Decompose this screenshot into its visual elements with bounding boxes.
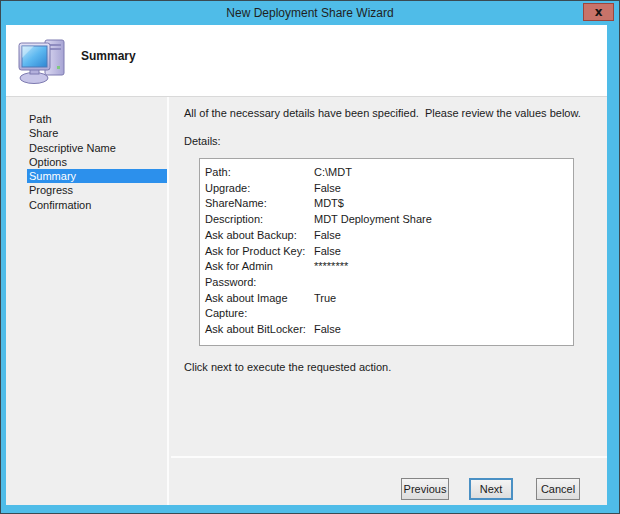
next-button[interactable]: Next bbox=[469, 478, 513, 500]
previous-button[interactable]: Previous bbox=[401, 478, 449, 500]
detail-value: MDT$ bbox=[314, 196, 573, 212]
detail-label: ShareName: bbox=[205, 196, 314, 212]
detail-row: Ask about Backup:False bbox=[205, 228, 573, 244]
sidebar-item-descriptive-name[interactable]: Descriptive Name bbox=[27, 141, 167, 155]
details-box[interactable]: Path:C:\MDTUpgrade:FalseShareName:MDT$De… bbox=[199, 158, 574, 346]
detail-value: False bbox=[314, 181, 573, 197]
detail-row: Ask for Product Key:False bbox=[205, 244, 573, 260]
note-text: Click next to execute the requested acti… bbox=[184, 361, 391, 373]
detail-label: Ask for Admin Password: bbox=[205, 259, 314, 290]
sidebar-item-share[interactable]: Share bbox=[27, 126, 167, 140]
detail-row: Description:MDT Deployment Share bbox=[205, 212, 573, 228]
cancel-button[interactable]: Cancel bbox=[536, 478, 580, 500]
detail-value: False bbox=[314, 244, 573, 260]
detail-row: Ask for Admin Password:******** bbox=[205, 259, 573, 290]
details-label: Details: bbox=[184, 135, 221, 147]
detail-value: False bbox=[314, 322, 573, 338]
window-title: New Deployment Share Wizard bbox=[1, 1, 619, 25]
titlebar[interactable]: New Deployment Share Wizard x bbox=[1, 1, 619, 25]
detail-label: Path: bbox=[205, 165, 314, 181]
sidebar-item-progress[interactable]: Progress bbox=[27, 183, 167, 197]
detail-row: Path:C:\MDT bbox=[205, 165, 573, 181]
sidebar-item-path[interactable]: Path bbox=[27, 112, 167, 126]
button-bar: Previous Next Cancel bbox=[171, 460, 607, 505]
sidebar-item-confirmation[interactable]: Confirmation bbox=[27, 198, 167, 212]
wizard-window: New Deployment Share Wizard x bbox=[0, 0, 620, 514]
detail-value: True bbox=[314, 291, 573, 322]
sidebar-item-options[interactable]: Options bbox=[27, 155, 167, 169]
detail-value: False bbox=[314, 228, 573, 244]
detail-row: Ask about BitLocker:False bbox=[205, 322, 573, 338]
wizard-client: Summary PathShareDescriptive NameOptions… bbox=[6, 25, 607, 505]
page-title: Summary bbox=[81, 49, 136, 63]
details-list: Path:C:\MDTUpgrade:FalseShareName:MDT$De… bbox=[205, 165, 573, 338]
intro-text: All of the necessary details have been s… bbox=[184, 107, 581, 119]
wizard-steps: PathShareDescriptive NameOptionsSummaryP… bbox=[6, 97, 169, 505]
detail-label: Ask about BitLocker: bbox=[205, 322, 314, 338]
detail-row: Upgrade:False bbox=[205, 181, 573, 197]
detail-label: Description: bbox=[205, 212, 314, 228]
detail-label: Upgrade: bbox=[205, 181, 314, 197]
close-icon: x bbox=[595, 5, 603, 19]
close-button[interactable]: x bbox=[583, 3, 614, 21]
detail-label: Ask about Image Capture: bbox=[205, 291, 314, 322]
detail-label: Ask about Backup: bbox=[205, 228, 314, 244]
wizard-header: Summary bbox=[6, 25, 607, 97]
sidebar-item-summary[interactable]: Summary bbox=[27, 169, 167, 183]
detail-value: C:\MDT bbox=[314, 165, 573, 181]
computer-icon bbox=[17, 38, 69, 85]
detail-label: Ask for Product Key: bbox=[205, 244, 314, 260]
detail-value: ******** bbox=[314, 259, 573, 290]
detail-row: Ask about Image Capture:True bbox=[205, 291, 573, 322]
detail-row: ShareName:MDT$ bbox=[205, 196, 573, 212]
content-pane: All of the necessary details have been s… bbox=[171, 97, 607, 458]
detail-value: MDT Deployment Share bbox=[314, 212, 573, 228]
